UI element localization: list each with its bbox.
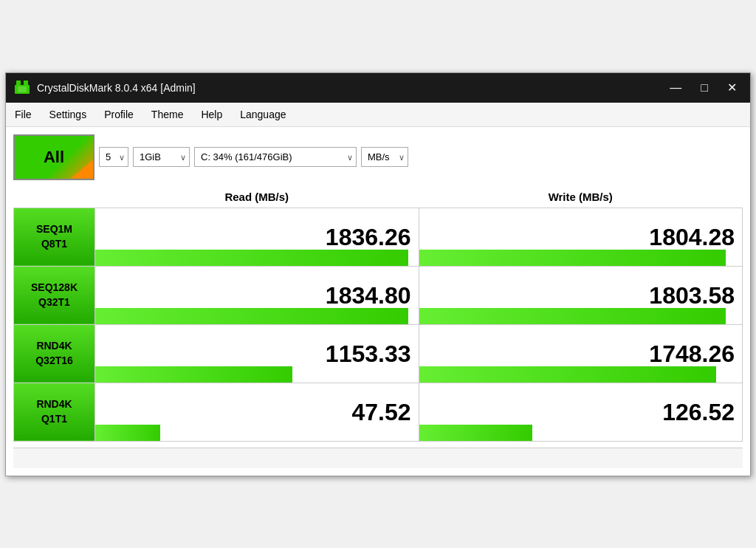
content-area: All 1 3 5 9 512MiB 1GiB 2GiB 4GiB: [6, 127, 750, 476]
svg-rect-4: [18, 86, 27, 92]
table-row: RND4KQ32T16 1153.33 1748.26: [14, 324, 743, 383]
drive-select[interactable]: C: 34% (161/476GiB): [194, 147, 357, 167]
row-label-1: SEQ128KQ32T1: [14, 266, 95, 324]
window-controls: — □ ✕: [664, 79, 743, 96]
all-button[interactable]: All: [13, 134, 94, 180]
write-value-2: 1748.26: [419, 324, 743, 383]
menu-bar: FileSettingsProfileThemeHelpLanguage: [6, 103, 750, 127]
table-row: SEQ128KQ32T1 1834.80 1803.58: [14, 266, 743, 324]
read-value-2: 1153.33: [95, 324, 419, 383]
menu-item-file[interactable]: File: [7, 106, 39, 123]
table-row: RND4KQ1T1 47.52 126.52: [14, 383, 743, 441]
write-value-1: 1803.58: [419, 266, 743, 324]
menu-item-profile[interactable]: Profile: [97, 106, 141, 123]
toolbar: All 1 3 5 9 512MiB 1GiB 2GiB 4GiB: [13, 134, 743, 180]
row-label-3: RND4KQ1T1: [14, 383, 95, 441]
read-header: Read (MB/s): [95, 186, 419, 208]
svg-rect-2: [16, 81, 21, 86]
menu-item-settings[interactable]: Settings: [42, 106, 94, 123]
row-label-0: SEQ1MQ8T1: [14, 208, 95, 266]
runs-select-wrapper: 1 3 5 9: [99, 147, 128, 167]
menu-item-theme[interactable]: Theme: [144, 106, 191, 123]
drive-select-wrapper: C: 34% (161/476GiB): [194, 147, 357, 167]
window-title: CrystalDiskMark 8.0.4 x64 [Admin]: [37, 82, 664, 94]
read-value-1: 1834.80: [95, 266, 419, 324]
table-row: SEQ1MQ8T1 1836.26 1804.28: [14, 208, 743, 266]
close-button[interactable]: ✕: [721, 79, 743, 96]
menu-item-language[interactable]: Language: [233, 106, 293, 123]
write-value-3: 126.52: [419, 383, 743, 441]
read-value-0: 1836.26: [95, 208, 419, 266]
main-window: CrystalDiskMark 8.0.4 x64 [Admin] — □ ✕ …: [5, 72, 751, 476]
status-bar: [13, 448, 743, 468]
size-select-wrapper: 512MiB 1GiB 2GiB 4GiB: [133, 147, 190, 167]
svg-rect-3: [24, 81, 28, 86]
all-label: All: [44, 148, 64, 167]
read-value-3: 47.52: [95, 383, 419, 441]
row-label-2: RND4KQ32T16: [14, 324, 95, 383]
runs-select[interactable]: 1 3 5 9: [99, 147, 128, 167]
title-bar: CrystalDiskMark 8.0.4 x64 [Admin] — □ ✕: [6, 73, 750, 103]
unit-select-wrapper: MB/s GB/s IOPS μs: [361, 147, 408, 167]
maximize-button[interactable]: □: [695, 79, 714, 96]
label-header: [14, 186, 95, 208]
unit-select[interactable]: MB/s GB/s IOPS μs: [361, 147, 408, 167]
benchmark-table: Read (MB/s) Write (MB/s) SEQ1MQ8T1 1836.…: [13, 186, 743, 442]
menu-item-help[interactable]: Help: [193, 106, 230, 123]
size-select[interactable]: 512MiB 1GiB 2GiB 4GiB: [133, 147, 190, 167]
write-header: Write (MB/s): [419, 186, 743, 208]
table-header-row: Read (MB/s) Write (MB/s): [14, 186, 743, 208]
minimize-button[interactable]: —: [664, 79, 687, 96]
app-icon: [13, 79, 31, 97]
write-value-0: 1804.28: [419, 208, 743, 266]
